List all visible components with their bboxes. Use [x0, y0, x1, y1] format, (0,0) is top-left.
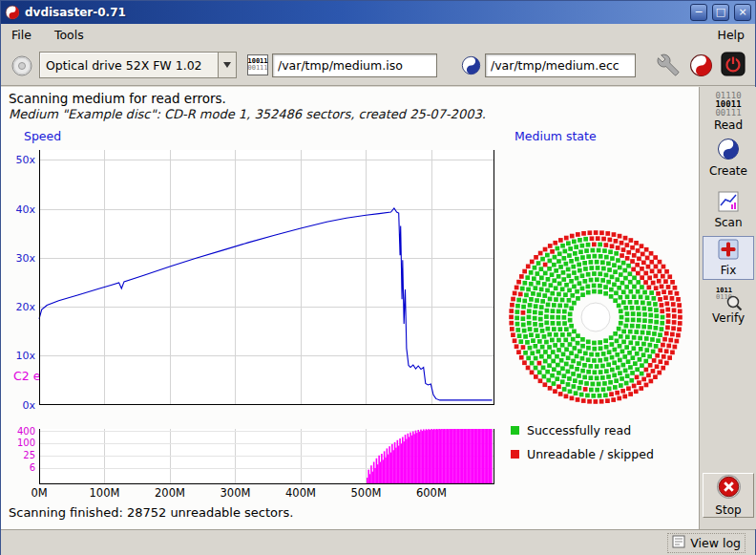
- medium-state-disc: [507, 226, 684, 408]
- scan-charts: 0x10x20x30x40x50x6251004000M100M200M300M…: [1, 130, 507, 512]
- menu-tools[interactable]: Tools: [52, 27, 87, 43]
- scan-button-label: Scan: [714, 216, 742, 229]
- svg-text:0x: 0x: [22, 399, 35, 412]
- verify-button-label: Verify: [712, 311, 745, 325]
- svg-text:0M: 0M: [31, 486, 47, 500]
- iso-file-icon: 10011 00111: [247, 54, 268, 75]
- svg-text:6: 6: [30, 462, 35, 473]
- drive-selector[interactable]: Optical drive 52X FW 1.02: [39, 52, 237, 78]
- menubar: File Tools Help: [1, 24, 755, 45]
- bad-sector-swatch: [511, 450, 519, 459]
- binary-read-icon: 01110 10011 00111: [715, 92, 741, 117]
- medium-state-title: Medium state: [514, 129, 597, 143]
- scan-result: Scanning finished: 28752 unreadable sect…: [9, 505, 293, 520]
- fix-tool-icon: [718, 239, 739, 263]
- svg-text:10x: 10x: [15, 350, 35, 362]
- svg-text:40x: 40x: [15, 203, 35, 216]
- drive-icon: [10, 53, 34, 78]
- legend-read: Successfully read: [511, 423, 631, 438]
- quit-power-icon[interactable]: [721, 52, 746, 76]
- titlebar[interactable]: dvdisaster-0.71 − □ ×: [1, 1, 755, 24]
- view-log-button[interactable]: View log: [667, 533, 746, 553]
- verify-button[interactable]: 1011 0110 Verify: [703, 284, 754, 328]
- svg-text:400M: 400M: [285, 486, 316, 500]
- svg-text:100M: 100M: [90, 486, 120, 500]
- ecc-file-icon: [458, 53, 483, 77]
- svg-text:600M: 600M: [416, 486, 447, 500]
- action-sidebar: 01110 10011 00111 Read Create Scan Fix: [699, 87, 756, 529]
- read-button-label: Read: [714, 118, 743, 132]
- stop-button-label: Stop: [715, 503, 741, 517]
- legend-read-label: Successfully read: [527, 423, 631, 438]
- svg-text:300M: 300M: [220, 486, 251, 500]
- good-sector-swatch: [511, 426, 519, 435]
- chevron-down-icon[interactable]: [218, 53, 236, 77]
- create-button-label: Create: [709, 164, 747, 178]
- main-canvas: Scanning medium for read errors. Medium …: [1, 87, 699, 529]
- stop-button[interactable]: Stop: [703, 473, 754, 518]
- fix-button[interactable]: Fix: [703, 236, 754, 280]
- svg-text:50x: 50x: [15, 154, 35, 166]
- svg-text:500M: 500M: [351, 486, 382, 500]
- svg-text:200M: 200M: [155, 486, 185, 500]
- svg-text:20x: 20x: [15, 301, 35, 313]
- scan-button[interactable]: Scan: [703, 188, 754, 232]
- verify-magnifier-icon: 1011 0110: [716, 288, 741, 310]
- medium-info: Medium "Example disc": CD-R mode 1, 3524…: [9, 107, 486, 121]
- ecc-path-input[interactable]: [485, 53, 636, 77]
- stop-icon: [716, 474, 742, 502]
- view-log-label: View log: [690, 536, 741, 550]
- menu-help[interactable]: Help: [715, 27, 748, 43]
- window-title: dvdisaster-0.71: [25, 6, 685, 19]
- app-logo-icon: [5, 5, 20, 20]
- drive-selector-value: Optical drive 52X FW 1.02: [40, 58, 218, 73]
- svg-text:25: 25: [23, 450, 35, 460]
- toolbar: Optical drive 52X FW 1.02 10011 00111: [1, 45, 755, 86]
- minimize-button[interactable]: −: [690, 4, 707, 21]
- legend-unreadable: Unreadable / skipped: [511, 447, 654, 461]
- iso-path-input[interactable]: [272, 53, 437, 77]
- maximize-button[interactable]: □: [712, 4, 729, 21]
- statusbar: View log: [1, 529, 755, 555]
- log-icon: [672, 535, 685, 551]
- close-button[interactable]: ×: [734, 4, 751, 21]
- menu-file[interactable]: File: [9, 27, 34, 43]
- svg-text:30x: 30x: [15, 252, 35, 265]
- fix-button-label: Fix: [721, 264, 736, 277]
- app-window: dvdisaster-0.71 − □ × File Tools Help Op…: [0, 0, 756, 555]
- read-button[interactable]: 01110 10011 00111 Read: [703, 92, 754, 132]
- preferences-wrench-icon[interactable]: [656, 53, 681, 77]
- create-logo-icon: [717, 138, 740, 163]
- create-button[interactable]: Create: [703, 135, 754, 181]
- legend-unreadable-label: Unreadable / skipped: [527, 447, 654, 461]
- status-headline: Scanning medium for read errors.: [9, 91, 226, 106]
- svg-text:100: 100: [17, 438, 35, 448]
- scan-chart-icon: [718, 191, 739, 215]
- svg-text:400: 400: [17, 426, 35, 437]
- dvdisaster-logo-icon[interactable]: [688, 53, 713, 77]
